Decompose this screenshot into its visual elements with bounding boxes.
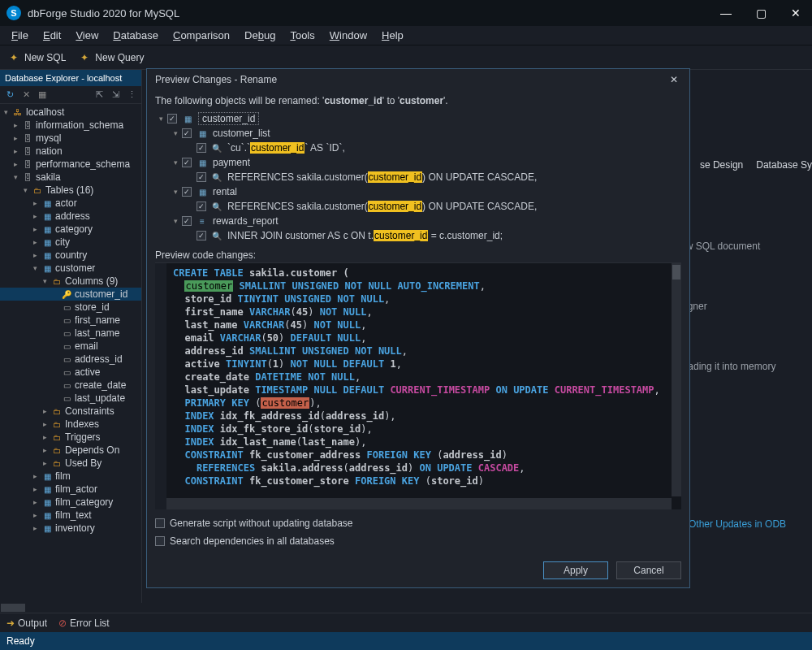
tree-item[interactable]: ▾🗀Tables (16): [0, 184, 141, 197]
expand-icon[interactable]: ▸: [31, 212, 39, 220]
ref-item[interactable]: ▾✓▦customer_id: [155, 111, 681, 126]
delete-icon[interactable]: ✕: [19, 89, 32, 102]
menu-database[interactable]: Database: [108, 28, 163, 43]
new-query-button[interactable]: ✦ New Query: [76, 50, 149, 65]
tree-item[interactable]: ▸🗄mysql: [0, 132, 141, 145]
ref-item[interactable]: ▾✓▦rental: [155, 184, 681, 199]
tree-item[interactable]: ▾🗄sakila: [0, 171, 141, 184]
ref-item[interactable]: ✓🔍INNER JOIN customer AS c ON t.customer…: [155, 228, 681, 243]
checkbox-icon[interactable]: ✓: [182, 216, 192, 226]
expand-icon[interactable]: ▸: [31, 199, 39, 207]
filter-icon[interactable]: ▦: [36, 89, 49, 102]
chevron-icon[interactable]: ▾: [171, 217, 179, 225]
chevron-icon[interactable]: ▾: [171, 129, 179, 137]
tree-item[interactable]: ▸▦actor: [0, 197, 141, 210]
tree-item[interactable]: ▸▦film_text: [0, 509, 141, 522]
references-tree[interactable]: ▾✓▦customer_id▾✓▦customer_list✓🔍`cu`.`cu…: [155, 110, 681, 245]
expand-icon[interactable]: ▸: [41, 446, 49, 454]
tab-design[interactable]: se Design: [700, 159, 743, 171]
expand-icon[interactable]: ▸: [31, 524, 39, 532]
expand-icon[interactable]: ▸: [31, 498, 39, 506]
expand-icon[interactable]: ▸: [11, 147, 19, 155]
expand-icon[interactable]: ▾: [31, 264, 39, 272]
tree-item[interactable]: ▭last_update: [0, 392, 141, 405]
checkbox-icon[interactable]: ✓: [182, 158, 192, 167]
tree-item[interactable]: ▸▦inventory: [0, 522, 141, 535]
menu-debug[interactable]: Debug: [240, 28, 280, 43]
checkbox-icon[interactable]: ✓: [197, 231, 206, 240]
tree-item[interactable]: ▸🗀Depends On: [0, 444, 141, 457]
dialog-close-button[interactable]: ✕: [667, 74, 681, 85]
chevron-icon[interactable]: ▾: [171, 188, 179, 196]
tree-item[interactable]: ▭first_name: [0, 314, 141, 327]
menu-tools[interactable]: Tools: [285, 28, 319, 43]
tree-item[interactable]: ▸▦address: [0, 210, 141, 223]
output-tab[interactable]: ➜Output: [6, 618, 47, 629]
error-list-tab[interactable]: ⊘Error List: [58, 618, 110, 629]
explorer-hscroll[interactable]: [0, 603, 812, 613]
tree-item[interactable]: ▭store_id: [0, 301, 141, 314]
tree-item[interactable]: ▸🗀Triggers: [0, 431, 141, 444]
tree-item[interactable]: ▭email: [0, 340, 141, 353]
maximize-button[interactable]: ▢: [751, 5, 771, 21]
expand-icon[interactable]: ▸: [41, 407, 49, 415]
checkbox-icon[interactable]: ✓: [197, 143, 206, 153]
expand-icon[interactable]: ▸: [31, 238, 39, 246]
menu-file[interactable]: File: [6, 28, 33, 43]
tree-item[interactable]: ▸▦film_actor: [0, 483, 141, 496]
ref-item[interactable]: ✓🔍`cu`.`customer_id` AS `ID`,: [155, 141, 681, 155]
pin-icon[interactable]: ⇲: [109, 89, 122, 102]
code-preview[interactable]: CREATE TABLE sakila.customer ( customer …: [155, 262, 681, 509]
tree-item[interactable]: ▸🗀Used By: [0, 457, 141, 470]
expand-icon[interactable]: ▾: [2, 108, 10, 116]
tree-item[interactable]: ▾🗀Columns (9): [0, 275, 141, 288]
expand-icon[interactable]: ▾: [21, 186, 29, 194]
code-vscroll[interactable]: [672, 263, 681, 496]
expand-icon[interactable]: ▸: [11, 134, 19, 142]
chevron-icon[interactable]: ▾: [171, 158, 179, 167]
tree-item[interactable]: ▸🗄nation: [0, 145, 141, 158]
refresh-icon[interactable]: ↻: [3, 89, 16, 102]
ref-item[interactable]: ✓🔍REFERENCES sakila.customer(customer_id…: [155, 199, 681, 214]
code-hscroll[interactable]: [166, 498, 672, 509]
tree-item[interactable]: ▭create_date: [0, 379, 141, 392]
expand-icon[interactable]: ▾: [11, 173, 19, 181]
expand-icon[interactable]: ▸: [41, 420, 49, 428]
tree-item[interactable]: ▸▦category: [0, 223, 141, 236]
close-button[interactable]: ✕: [786, 5, 806, 21]
minimize-button[interactable]: —: [715, 5, 736, 21]
tree-item[interactable]: ▾▦customer: [0, 262, 141, 275]
checkbox-icon[interactable]: ✓: [182, 187, 192, 197]
ref-item[interactable]: ▾✓▦customer_list: [155, 126, 681, 141]
cancel-button[interactable]: Cancel: [616, 561, 681, 579]
ref-item[interactable]: ✓🔍REFERENCES sakila.customer(customer_id…: [155, 170, 681, 184]
checkbox-icon[interactable]: ✓: [167, 114, 177, 124]
blue-link[interactable]: d Other Updates in ODB: [680, 518, 806, 530]
ref-item[interactable]: ▾✓≡rewards_report: [155, 214, 681, 228]
tree-item[interactable]: 🔑customer_id: [0, 288, 141, 301]
menu-help[interactable]: Help: [377, 28, 408, 43]
menu-edit[interactable]: Edit: [38, 28, 66, 43]
tree-item[interactable]: ▸▦film: [0, 470, 141, 483]
tree-item[interactable]: ▭last_name: [0, 327, 141, 340]
menu-view[interactable]: View: [71, 28, 103, 43]
checkbox-icon[interactable]: ✓: [197, 202, 206, 211]
checkbox-icon[interactable]: ✓: [182, 128, 192, 138]
expand-icon[interactable]: ▸: [41, 433, 49, 441]
tree-item[interactable]: ▸▦country: [0, 249, 141, 262]
expand-icon[interactable]: ▸: [11, 121, 19, 129]
expand-icon[interactable]: ▸: [31, 485, 39, 493]
new-sql-button[interactable]: ✦ New SQL: [5, 50, 71, 65]
opt-search-deps[interactable]: Search dependencies in all databases: [155, 532, 681, 550]
opt-generate-script[interactable]: Generate script without updating databas…: [155, 514, 681, 532]
tree-item[interactable]: ▭address_id: [0, 353, 141, 366]
expand-icon[interactable]: ▸: [31, 251, 39, 259]
tree-item[interactable]: ▸🗀Indexes: [0, 418, 141, 431]
expand-icon[interactable]: ▾: [41, 277, 49, 285]
chevron-icon[interactable]: ▾: [157, 115, 165, 123]
expand-icon[interactable]: ▸: [31, 472, 39, 480]
tree-item[interactable]: ▸🗀Constraints: [0, 405, 141, 418]
tree-item[interactable]: ▸🗄information_schema: [0, 119, 141, 132]
dialog-titlebar[interactable]: Preview Changes - Rename ✕: [147, 69, 689, 90]
checkbox-icon[interactable]: ✓: [197, 172, 206, 182]
